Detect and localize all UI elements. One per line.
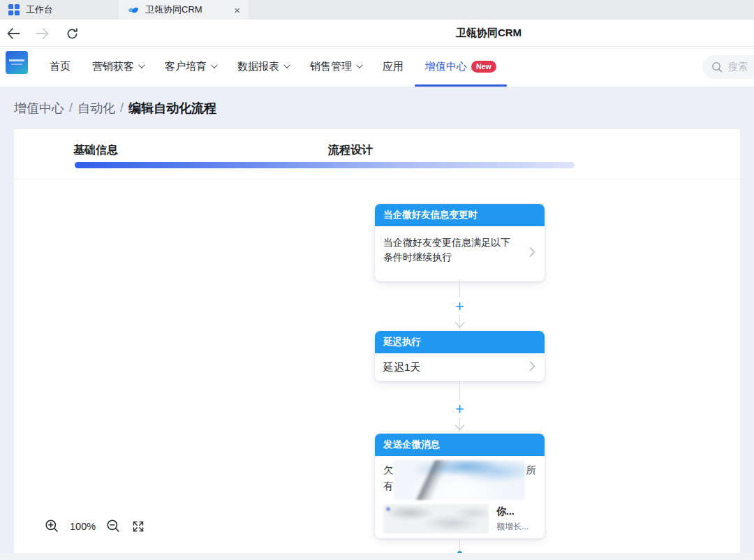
flow-editor-panel: 基础信息 流程设计 当企微好友信息变更时 当企微好友变更信息满足以下条件时继续执… — [14, 129, 740, 553]
browser-toolbar: 卫瓴协同CRM — [0, 20, 754, 47]
breadcrumb: 增值中心 / 自动化 / 编辑自动化流程 — [0, 87, 754, 129]
wizard-steps: 基础信息 流程设计 — [14, 129, 740, 179]
tab-strip-empty — [249, 0, 754, 20]
nav-item-label: 销售管理 — [310, 60, 352, 73]
add-node-button[interactable]: + — [451, 297, 468, 315]
step-basic-info[interactable]: 基础信息 — [73, 143, 118, 158]
app-nav-bar: 首页 营销获客 客户培育 数据报表 销售管理 应用 增值中心 — [0, 47, 754, 87]
nav-item-label: 数据报表 — [237, 60, 279, 73]
chevron-right-icon — [529, 361, 535, 374]
chevron-down-icon — [211, 61, 218, 68]
nav-item-label: 营销获客 — [92, 60, 134, 73]
browser-window: 工作台 卫瓴协同CRM × 卫瓴协同CRM 首页 — [0, 0, 754, 560]
nav-item-nurture[interactable]: 客户培育 — [165, 47, 216, 87]
flow-node-send-message[interactable]: 发送企微消息 欠 所 有 你... 额增长... — [375, 434, 545, 538]
step-flow-design[interactable]: 流程设计 — [328, 143, 373, 158]
breadcrumb-value-center[interactable]: 增值中心 — [14, 100, 64, 117]
search-placeholder: 搜索 — [728, 61, 748, 73]
breadcrumb-separator: / — [69, 101, 73, 115]
brand-logo[interactable] — [6, 51, 28, 74]
breadcrumb-current: 编辑自动化流程 — [128, 100, 216, 117]
nav-item-marketing[interactable]: 营销获客 — [92, 47, 143, 87]
step-progress-bar — [75, 162, 575, 168]
nav-item-sales[interactable]: 销售管理 — [310, 47, 361, 87]
page-bottom-strip — [0, 553, 754, 560]
zoom-in-icon[interactable] — [45, 519, 59, 533]
flow-node-trigger[interactable]: 当企微好友信息变更时 当企微好友变更信息满足以下条件时继续执行 — [375, 204, 545, 281]
zoom-level-value: 100% — [70, 521, 96, 532]
back-icon[interactable] — [6, 26, 21, 41]
chevron-down-icon — [138, 61, 145, 68]
blurred-attachment-image — [383, 504, 489, 533]
node-header: 延迟执行 — [375, 331, 545, 353]
search-input[interactable]: 搜索 — [702, 55, 754, 79]
chevron-down-icon — [356, 61, 363, 68]
tab-label: 工作台 — [26, 3, 53, 16]
nav-item-apps[interactable]: 应用 — [383, 47, 404, 87]
nav-item-label: 首页 — [50, 60, 71, 73]
new-badge: New — [471, 61, 496, 73]
node-header: 当企微好友信息变更时 — [375, 204, 545, 226]
refresh-icon[interactable] — [64, 26, 80, 41]
tab-label: 卫瓴协同CRM — [145, 3, 202, 16]
close-icon[interactable]: × — [234, 5, 240, 15]
breadcrumb-separator: / — [120, 101, 124, 115]
fit-screen-icon[interactable] — [131, 520, 145, 533]
crm-logo-icon — [127, 5, 139, 15]
breadcrumb-automation[interactable]: 自动化 — [77, 100, 115, 117]
nav-menu: 首页 营销获客 客户培育 数据报表 销售管理 应用 增值中心 — [50, 47, 496, 87]
nav-item-label: 应用 — [383, 60, 404, 73]
add-node-button[interactable]: + — [451, 400, 468, 418]
message-text-fragment: 所 — [526, 464, 537, 477]
forward-icon[interactable] — [35, 26, 50, 41]
nav-item-reports[interactable]: 数据报表 — [237, 47, 288, 87]
search-icon — [711, 61, 723, 73]
node-body-text: 当企微好友变更信息满足以下条件时继续执行 — [383, 237, 510, 263]
browser-tab-strip: 工作台 卫瓴协同CRM × — [0, 0, 754, 20]
browser-tab-crm[interactable]: 卫瓴协同CRM × — [119, 0, 249, 20]
nav-item-value-center[interactable]: 增值中心 New — [425, 47, 496, 87]
message-preview-row: 你... 额增长... — [383, 504, 536, 533]
message-preview-row: 欠 所 有 — [383, 463, 536, 498]
message-text-fragment: 欠 — [383, 464, 394, 477]
browser-tab-workbench[interactable]: 工作台 — [0, 0, 119, 20]
chevron-right-icon — [529, 246, 535, 261]
zoom-out-icon[interactable] — [106, 519, 121, 533]
blurred-message-image — [394, 460, 525, 500]
arrow-down-icon — [454, 421, 465, 427]
nav-item-label: 客户培育 — [165, 60, 207, 73]
node-header: 发送企微消息 — [375, 434, 545, 456]
nav-item-label: 增值中心 — [425, 60, 467, 73]
workbench-grid-icon — [8, 4, 20, 15]
attachment-title: 你... — [496, 506, 528, 518]
flow-node-delay[interactable]: 延迟执行 延迟1天 — [375, 331, 545, 381]
arrow-down-icon — [454, 318, 465, 325]
node-body-text: 延迟1天 — [383, 361, 420, 374]
flow-connector-line — [459, 540, 460, 551]
canvas-zoom-controls: 100% — [45, 519, 145, 533]
attachment-subtitle: 额增长... — [496, 521, 528, 533]
nav-item-home[interactable]: 首页 — [50, 47, 71, 87]
chevron-down-icon — [283, 61, 290, 68]
message-text-fragment: 有 — [383, 480, 394, 493]
page-title: 卫瓴协同CRM — [456, 27, 522, 40]
